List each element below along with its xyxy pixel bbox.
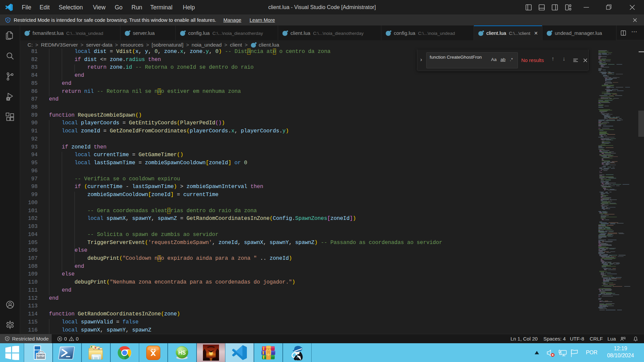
svg-text:HS: HS: [178, 350, 186, 356]
